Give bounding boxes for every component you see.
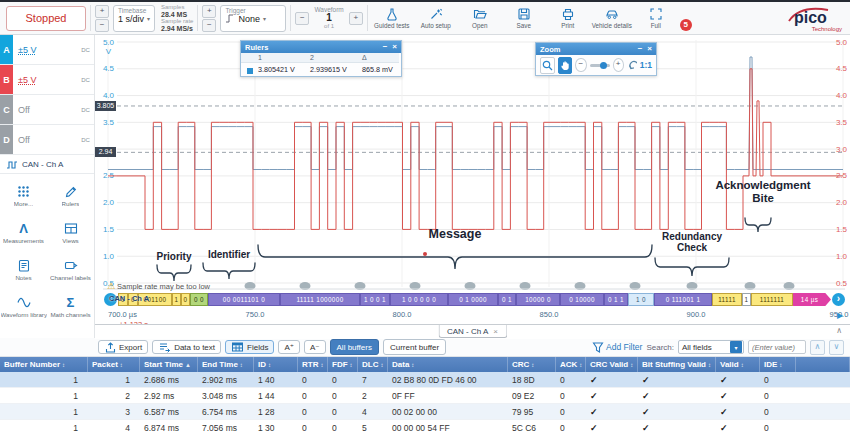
col-header-end-time[interactable]: End Time↕ <box>198 357 254 372</box>
col-header-crc[interactable]: CRC↕ <box>508 357 556 372</box>
waveform-prev-button[interactable]: − <box>295 12 309 25</box>
zoom-slider-knob[interactable] <box>600 62 607 69</box>
measurements-button[interactable]: Λ Measurements <box>0 214 47 251</box>
decode-segment[interactable]: 0 1 1 <box>604 293 628 306</box>
decode-segment[interactable]: 1 0 0 0 0 0 <box>390 293 448 306</box>
col-header-start-time[interactable]: Start Time▲ <box>140 357 198 372</box>
zoom-panel[interactable]: Zoom − × − + 1:1 <box>535 42 657 76</box>
zoom-slider[interactable] <box>590 64 610 67</box>
vehicle-details-button[interactable]: Vehicle details <box>592 3 632 34</box>
minimize-icon[interactable]: − <box>638 45 643 53</box>
waveform-view[interactable]: 5.05.04.54.54.04.03.53.53.03.02.52.52.02… <box>95 35 850 338</box>
font-increase-button[interactable]: A⁺ <box>278 340 300 354</box>
notes-button[interactable]: Notes <box>0 251 47 288</box>
scroll-right-icon[interactable]: ▶ <box>837 311 843 320</box>
zoom-in-button[interactable]: + <box>613 58 624 72</box>
timebase-plus-button[interactable]: + <box>95 5 109 18</box>
auto-setup-button[interactable]: Auto setup <box>416 3 456 34</box>
decode-segment[interactable]: 1 <box>742 293 751 306</box>
search-next-button[interactable]: ∨ <box>829 340 844 355</box>
pan-tool-button[interactable] <box>558 57 572 74</box>
probe-can-cha[interactable]: CAN - Ch A <box>0 155 94 174</box>
channel-c[interactable]: COffDC <box>0 95 94 125</box>
all-buffers-toggle[interactable]: All buffers <box>330 339 379 355</box>
trigger-dropdown[interactable]: Trigger None ▾ <box>220 5 286 32</box>
col-header-data[interactable]: Data↕ <box>388 357 508 372</box>
channel-coupling[interactable]: DC <box>77 95 94 124</box>
channel-coupling[interactable]: DC <box>77 65 94 94</box>
col-header-rtr[interactable]: RTR↕ <box>298 357 328 372</box>
col-header-dlc[interactable]: DLC↕ <box>358 357 388 372</box>
col-header-id[interactable]: ID↕ <box>254 357 298 372</box>
decode-segment[interactable]: 0 1 <box>498 293 516 306</box>
col-header-packet[interactable]: Packet↕ <box>88 357 140 372</box>
table-row[interactable]: 122.92 ms3.048 ms1 440020F FF09 E20✓✓✓0 <box>0 388 850 404</box>
channel-a[interactable]: A±5 VDC <box>0 35 94 65</box>
close-icon[interactable]: × <box>647 45 652 53</box>
print-button[interactable]: Print <box>548 3 588 34</box>
collapse-table-icon[interactable]: ∧ <box>836 326 842 335</box>
decode-segment[interactable]: 11111 <box>712 293 742 306</box>
fields-button[interactable]: Fields <box>225 340 274 354</box>
waveform-next-button[interactable]: + <box>349 12 363 25</box>
decode-segment[interactable]: 1 <box>172 293 181 306</box>
channel-b[interactable]: B±5 VDC <box>0 65 94 95</box>
more-button[interactable]: More... <box>0 177 47 214</box>
close-icon[interactable]: × <box>392 43 397 51</box>
search-input[interactable] <box>748 340 806 354</box>
col-header-valid[interactable]: Valid↕ <box>716 357 760 372</box>
decode-segment[interactable]: 10000 0 <box>516 293 560 306</box>
channel-d[interactable]: DOffDC <box>0 125 94 155</box>
save-button[interactable]: Save <box>504 3 544 34</box>
col-header-crc-valid[interactable]: CRC Valid↕ <box>586 357 638 372</box>
add-filter-button[interactable]: Add Filter <box>592 341 642 353</box>
channel-range[interactable]: ±5 V <box>13 35 77 64</box>
minimize-icon[interactable]: − <box>383 43 388 51</box>
trigger-minus-button[interactable]: − <box>202 19 216 32</box>
timebase-minus-button[interactable]: − <box>95 19 109 32</box>
decode-segment[interactable]: 0 1 0000 <box>448 293 498 306</box>
channel-range[interactable]: ±5 V <box>13 65 77 94</box>
channel-labels-button[interactable]: Channel labels <box>47 251 94 288</box>
font-decrease-button[interactable]: A⁻ <box>304 340 326 354</box>
col-header-fdf[interactable]: FDF↕ <box>328 357 358 372</box>
rulers-panel[interactable]: Rulers − × 1 2 Δ 3.805421 V 2.939615 V 8… <box>240 40 402 77</box>
stopped-button[interactable]: Stopped <box>6 6 86 31</box>
timebase-dropdown[interactable]: Timebase 1 s/div▾ <box>113 5 155 32</box>
table-row[interactable]: 136.587 ms6.754 ms1 2800400 02 00 0079 9… <box>0 404 850 420</box>
channel-range[interactable]: Off <box>13 125 77 154</box>
col-header-buffer-number[interactable]: Buffer Number↕ <box>0 357 88 372</box>
ruler-handle-1[interactable]: 3.805 <box>95 101 116 111</box>
guided-tests-button[interactable]: Guided tests <box>372 3 412 34</box>
decode-segment[interactable]: 1111111 <box>751 293 793 306</box>
rulers-button[interactable]: Rulers <box>47 177 94 214</box>
search-prev-button[interactable]: ∧ <box>810 340 825 355</box>
current-buffer-toggle[interactable]: Current buffer <box>383 339 446 355</box>
decode-segment[interactable]: 14 µs <box>793 293 831 306</box>
decode-segment[interactable]: 0 111001 1 <box>654 293 712 306</box>
math-channels-button[interactable]: Σ Math channels <box>47 288 94 325</box>
tab-can-cha[interactable]: CAN - Ch A × <box>438 325 507 338</box>
open-button[interactable]: Open <box>460 3 500 34</box>
decode-segment[interactable]: 0 0 <box>190 293 208 306</box>
close-icon[interactable]: × <box>493 327 498 336</box>
channel-coupling[interactable]: DC <box>77 125 94 154</box>
full-screen-button[interactable]: Full <box>636 3 676 34</box>
table-row[interactable]: 112.686 ms2.902 ms1 4000702 B8 80 0D FD … <box>0 372 850 388</box>
decode-segment[interactable]: 1 0 0 1 <box>360 293 390 306</box>
channel-coupling[interactable]: DC <box>77 35 94 64</box>
decode-segment[interactable]: 00 0011101 0 <box>208 293 280 306</box>
search-field-dropdown[interactable]: All fields ▾ <box>678 340 744 354</box>
decode-segment[interactable]: 0 <box>181 293 190 306</box>
data-to-text-button[interactable]: Data to text <box>152 340 221 354</box>
waveform-library-button[interactable]: Waveform library <box>0 288 47 325</box>
decode-segment[interactable]: 11111 1000000 <box>280 293 360 306</box>
col-header-ack[interactable]: ACK↕ <box>556 357 586 372</box>
decode-segment[interactable]: 1 0 <box>628 293 654 306</box>
table-row[interactable]: 146.874 ms7.056 ms1 3000500 00 00 54 FF5… <box>0 420 850 432</box>
col-header-ide[interactable]: IDE↕ <box>760 357 796 372</box>
zoom-out-button[interactable]: − <box>575 58 586 72</box>
ruler-handle-2[interactable]: 2.94 <box>95 147 116 157</box>
decode-scroll-right-icon[interactable]: › <box>832 293 845 306</box>
zoom-tool-button[interactable] <box>540 57 555 74</box>
